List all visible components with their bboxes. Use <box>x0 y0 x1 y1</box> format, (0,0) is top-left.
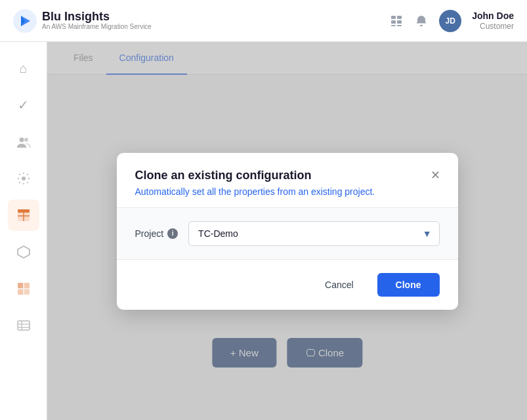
svg-point-10 <box>19 138 24 142</box>
svg-point-12 <box>22 177 26 180</box>
svg-rect-20 <box>24 283 30 288</box>
svg-rect-4 <box>397 16 402 19</box>
avatar[interactable]: JD <box>439 10 461 32</box>
sidebar-item-check[interactable]: ✓ <box>8 89 39 121</box>
svg-rect-6 <box>397 20 402 24</box>
main-content: Files Configuration + New 🖵 Clone Clone … <box>47 42 527 420</box>
svg-rect-8 <box>397 25 402 26</box>
logo-title: Blu Insights <box>42 10 152 24</box>
project-label: Project i <box>135 228 179 239</box>
sidebar-item-table2[interactable] <box>8 273 39 304</box>
modal-subtitle-text1: Automatically set all <box>135 186 219 197</box>
header: Blu Insights An AWS Mainframe Migration … <box>0 0 527 42</box>
sidebar-item-users[interactable] <box>8 126 39 158</box>
svg-marker-17 <box>18 246 30 258</box>
svg-rect-22 <box>24 289 30 295</box>
svg-rect-3 <box>391 16 396 19</box>
svg-point-11 <box>24 138 28 142</box>
modal-subtitle: Automatically set all the properties fro… <box>135 186 440 197</box>
svg-rect-14 <box>18 209 30 213</box>
sidebar-item-list[interactable] <box>8 310 39 341</box>
sidebar-item-home[interactable]: ⌂ <box>8 52 39 84</box>
modal-close-button[interactable]: ✕ <box>427 166 445 184</box>
clone-modal: Clone an existing configuration Automati… <box>117 153 458 310</box>
project-select-wrapper: TC-Demo Project A Project B ▼ <box>188 221 439 246</box>
user-name: John Doe <box>472 10 514 22</box>
app-body: ⌂ ✓ <box>0 42 527 420</box>
modal-body: Project i TC-Demo Project A Project B ▼ <box>117 207 458 260</box>
sidebar-item-table[interactable] <box>8 200 39 231</box>
logo-subtitle: An AWS Mainframe Migration Service <box>42 23 152 31</box>
svg-rect-5 <box>391 20 396 24</box>
user-info: John Doe Customer <box>472 10 514 31</box>
modal-header: Clone an existing configuration Automati… <box>117 153 458 207</box>
cancel-button[interactable]: Cancel <box>309 273 369 297</box>
svg-rect-23 <box>18 321 30 330</box>
modal-overlay: Clone an existing configuration Automati… <box>47 42 527 420</box>
user-role: Customer <box>472 22 514 31</box>
svg-rect-19 <box>18 283 23 288</box>
project-select[interactable]: TC-Demo Project A Project B <box>188 221 439 246</box>
sidebar-item-hex[interactable] <box>8 236 39 268</box>
header-right: JD John Doe Customer <box>389 10 514 32</box>
logo-area: Blu Insights An AWS Mainframe Migration … <box>13 9 152 33</box>
logo-text: Blu Insights An AWS Mainframe Migration … <box>42 10 152 32</box>
clone-modal-button[interactable]: Clone <box>377 273 440 297</box>
modal-subtitle-link: the properties from an existing project. <box>219 186 375 197</box>
modal-footer: Cancel Clone <box>117 260 458 310</box>
project-info-icon[interactable]: i <box>167 228 178 239</box>
blu-insights-logo <box>13 9 37 33</box>
svg-point-9 <box>420 24 423 26</box>
project-form-row: Project i TC-Demo Project A Project B ▼ <box>135 221 440 246</box>
svg-rect-21 <box>18 289 23 295</box>
bell-icon[interactable] <box>414 14 429 28</box>
sidebar-item-settings[interactable] <box>8 163 39 194</box>
grid-icon[interactable] <box>389 14 404 28</box>
modal-title: Clone an existing configuration <box>135 169 440 182</box>
sidebar: ⌂ ✓ <box>0 42 47 420</box>
svg-rect-7 <box>391 25 396 26</box>
